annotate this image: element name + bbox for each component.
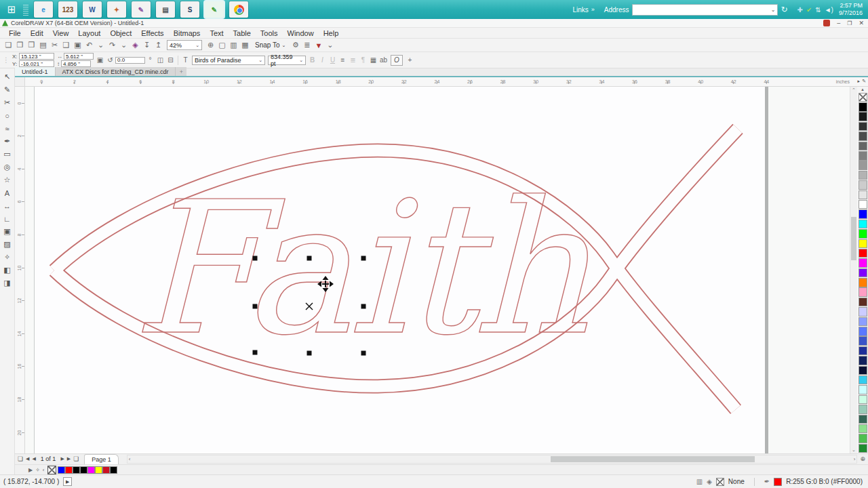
color-swatch[interactable] <box>859 258 867 268</box>
no-color-swatch[interactable] <box>47 466 56 474</box>
toolbar-button[interactable]: ⌄ <box>95 40 106 51</box>
rotation-angle-field[interactable]: 0.0 <box>115 57 145 64</box>
minimize-button[interactable]: – <box>837 20 840 26</box>
security-tray-icon[interactable]: ✚ <box>797 6 803 14</box>
document-color-swatch[interactable] <box>102 466 110 474</box>
color-swatch[interactable] <box>859 151 867 161</box>
menu-item[interactable]: Window <box>283 29 319 37</box>
previous-page-button[interactable]: ◀ <box>32 456 35 462</box>
network-tray-icon[interactable]: ⇅ <box>815 6 821 14</box>
color-swatch[interactable] <box>859 102 867 112</box>
address-input[interactable]: ⌄ <box>632 4 778 16</box>
toolbar-button[interactable]: ▢ <box>216 40 228 51</box>
lock-ratio-icon[interactable]: ▣ <box>95 55 105 66</box>
restore-button[interactable]: ❐ <box>847 20 852 26</box>
toolbar-button[interactable]: ↥ <box>153 40 164 51</box>
menu-item[interactable]: Text <box>205 29 228 37</box>
scroll-right-icon[interactable]: › <box>854 455 856 463</box>
toolbar-button[interactable]: ↷ <box>106 40 118 51</box>
volume-tray-icon[interactable]: ◄) <box>825 6 833 14</box>
scroll-left-icon[interactable]: ‹ <box>129 455 131 463</box>
zoom-tool[interactable]: ○ <box>1 109 14 122</box>
faith-text[interactable]: Faith <box>132 162 592 375</box>
toolbar-button[interactable]: ❑ <box>60 40 72 51</box>
color-swatch[interactable] <box>859 336 867 346</box>
docpalette-flyout-icon[interactable]: ▶ <box>28 467 33 473</box>
taskbar-app-icon[interactable]: 123 <box>58 1 77 18</box>
taskbar-clock[interactable]: 2:57 PM 9/7/2016 <box>839 2 863 17</box>
palette-scroll-up-icon[interactable]: ▴ <box>861 87 864 92</box>
color-swatch[interactable] <box>859 287 867 297</box>
menu-item[interactable]: Bitmaps <box>169 29 205 37</box>
color-swatch[interactable] <box>859 229 867 239</box>
scroll-down-icon[interactable]: ⌄ <box>850 447 857 453</box>
menu-item[interactable]: Object <box>105 29 136 37</box>
drop-cap-button[interactable]: ¶ <box>358 55 368 66</box>
drop-shadow-tool[interactable]: ▣ <box>1 225 14 238</box>
eyedropper-icon[interactable]: ✧ <box>35 467 40 473</box>
bulleted-list-button[interactable]: ≣ <box>348 55 358 66</box>
text-tool[interactable]: A <box>1 186 14 199</box>
character-formatting-button[interactable]: ▦ <box>368 55 378 66</box>
color-swatch[interactable] <box>859 405 867 414</box>
color-swatch[interactable] <box>859 171 867 180</box>
smart-fill-tool[interactable]: ◨ <box>1 277 14 289</box>
object-width-field[interactable]: 5.612 " <box>64 53 94 60</box>
x-position-field[interactable]: 15.123 " <box>19 53 54 60</box>
horizontal-scroll-thumb[interactable] <box>551 456 755 462</box>
toolbar-button[interactable]: ⌄ <box>118 40 130 51</box>
taskbar-app-icon[interactable] <box>229 1 248 18</box>
palette-pen-icon[interactable]: ✎ <box>862 79 866 84</box>
menu-item[interactable]: Tools <box>256 29 283 37</box>
menu-item[interactable]: Edit <box>26 29 48 37</box>
color-swatch[interactable] <box>859 298 867 307</box>
docpalette-scroll-left-icon[interactable]: ‹ <box>43 467 45 473</box>
menu-item[interactable]: File <box>4 29 26 37</box>
toolbar-button[interactable]: ≣ <box>301 40 313 51</box>
crop-tool[interactable]: ✂ <box>1 96 14 109</box>
artistic-media-tool[interactable]: ✒ <box>1 135 14 148</box>
page-tab[interactable]: Page 1 <box>84 454 119 464</box>
color-swatch[interactable] <box>859 327 867 336</box>
color-swatch[interactable] <box>859 385 867 394</box>
add-button[interactable]: + <box>405 55 415 66</box>
color-swatch[interactable] <box>859 444 867 453</box>
text-alignment-button[interactable]: ≡ <box>338 55 348 66</box>
status-expand-button[interactable]: ▶ <box>63 477 72 486</box>
object-height-field[interactable]: 4.856 " <box>61 60 91 67</box>
document-color-swatch[interactable] <box>73 466 80 474</box>
pick-tool[interactable]: ↖ <box>1 70 14 83</box>
ellipse-tool[interactable]: ◎ <box>1 161 14 174</box>
mirror-vertical-button[interactable]: ⊟ <box>165 55 176 66</box>
links-chevron-icon[interactable]: » <box>591 6 595 13</box>
taskbar-app-icon[interactable]: e <box>34 1 53 18</box>
palette-flyout-icon[interactable]: ▸ <box>858 79 861 84</box>
taskbar-app-icon[interactable]: ✦ <box>107 1 126 18</box>
interactive-fill-tool[interactable]: ◧ <box>1 264 14 277</box>
notification-icon[interactable] <box>823 20 830 26</box>
taskbar-app-icon[interactable]: ✎ <box>205 1 224 18</box>
color-swatch[interactable] <box>859 190 867 200</box>
vertical-ruler[interactable]: 0 2 4 6 8 <box>15 87 25 453</box>
document-tab[interactable]: ATX CX Discs for Etching_CD mine.cdr <box>56 67 176 76</box>
edit-text-button[interactable]: ab <box>378 55 389 66</box>
update-tray-icon[interactable]: ✔ <box>806 6 812 14</box>
toolbar-button[interactable]: ⌄ <box>324 40 336 51</box>
menu-item[interactable]: Layout <box>73 29 105 37</box>
color-swatch[interactable] <box>859 375 867 385</box>
horizontal-ruler[interactable]: 0 2 4 6 8 10 12 14 16 18 <box>25 77 835 86</box>
dimension-tool[interactable]: ↔ <box>1 199 14 212</box>
menu-item[interactable]: Effects <box>136 29 168 37</box>
snap-to-dropdown[interactable]: Snap To ⌄ <box>255 41 285 49</box>
horizontal-scrollbar[interactable]: ‹ › <box>127 455 858 464</box>
font-family-select[interactable]: Birds of Paradise ⌄ <box>192 56 265 65</box>
menu-item[interactable]: View <box>48 29 74 37</box>
artwork-fish-faith[interactable]: Faith <box>25 87 848 453</box>
toolbar-button[interactable]: ❒ <box>26 40 37 51</box>
menu-item[interactable]: Table <box>229 29 256 37</box>
ruler-corner[interactable] <box>15 77 25 86</box>
taskbar-app-icon[interactable]: ▤ <box>156 1 175 18</box>
toolbar-button[interactable]: ↶ <box>83 40 95 51</box>
color-swatch[interactable] <box>859 249 867 258</box>
taskbar-app-icon[interactable]: W <box>83 1 102 18</box>
